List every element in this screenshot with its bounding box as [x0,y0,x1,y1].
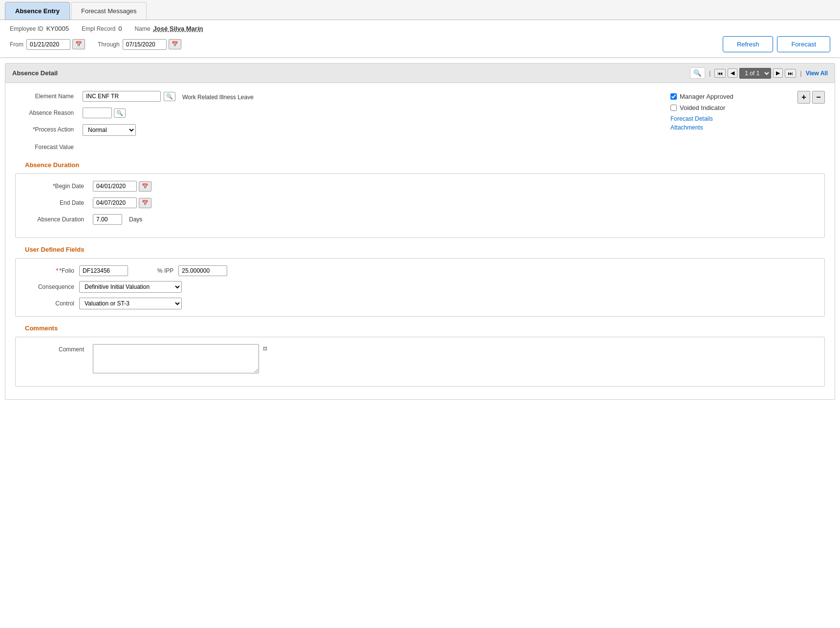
end-date-calendar-btn[interactable]: 📅 [139,198,151,208]
comments-sub: Comment ⧈ [15,337,825,387]
forecast-details-link[interactable]: Forecast Details [670,115,797,122]
employee-name-value: José Silva Marín [153,25,203,32]
links-section: Forecast Details Attachments [670,115,797,131]
header-section: Employee ID KY0005 Empl Record 0 Name Jo… [0,20,840,58]
voided-indicator-row: Voided Indicator [670,104,797,111]
element-name-field-wrap: 🔍 Work Related Illness Leave [83,91,254,102]
tab-forecast-messages[interactable]: Forecast Messages [71,2,147,20]
from-date-wrap: 📅 [26,39,85,50]
absence-duration-row: Absence Duration Days [25,214,815,225]
end-date-input[interactable] [93,197,137,208]
through-calendar-btn[interactable]: 📅 [169,39,181,49]
element-name-label: Element Name [15,91,79,100]
absence-duration-sub: *Begin Date 📅 End Date 📅 Absen [15,173,825,238]
pipe1: | [709,70,711,77]
begin-date-input[interactable] [93,181,137,192]
manager-approved-checkbox[interactable] [670,93,677,100]
ipp-label: % IPP [157,267,173,274]
absence-detail-section: Absence Detail 🔍 | ⏮ ◀ 1 of 1 ▶ ⏭ | View… [5,63,835,400]
next-page-btn[interactable]: ▶ [773,68,783,78]
user-defined-fields-title: User Defined Fields [15,246,825,253]
days-label: Days [129,214,142,223]
element-name-row: Element Name 🔍 Work Related Illness Leav… [15,91,670,102]
voided-indicator-checkbox[interactable] [670,105,677,111]
end-date-label: End Date [25,197,89,206]
comment-label: Comment [25,344,89,353]
from-label: From [10,41,23,48]
absence-reason-label: Absence Reason [15,108,79,116]
absence-detail-left: Element Name 🔍 Work Related Illness Leav… [15,91,670,156]
view-all-link[interactable]: View All [806,70,828,77]
begin-date-row: *Begin Date 📅 [25,181,815,192]
user-defined-fields-wrapper: User Defined Fields *Folio % IPP Consequ… [15,246,825,317]
manager-approved-label: Manager Approved [680,93,733,100]
process-action-label: *Process Action [15,124,79,133]
absence-detail-right: Manager Approved Voided Indicator Foreca… [670,91,797,133]
consequence-select[interactable]: Definitive Initial Valuation Temporal De… [79,281,182,293]
name-label: Name [135,25,151,32]
folio-input[interactable] [79,265,128,276]
employee-id-label: Employee ID [10,25,43,32]
pipe2: | [800,70,801,77]
prev-page-btn[interactable]: ◀ [728,68,737,78]
page-select[interactable]: 1 of 1 [739,68,771,79]
comment-input-wrap: ⧈ [93,344,267,373]
absence-duration-input[interactable] [93,214,122,225]
control-select[interactable]: Valuation or ST-3 Other [79,298,182,309]
from-date-input[interactable] [26,39,70,50]
absence-detail-header: Absence Detail 🔍 | ⏮ ◀ 1 of 1 ▶ ⏭ | View… [5,64,835,83]
attachments-link[interactable]: Attachments [670,124,797,131]
manager-approved-row: Manager Approved [670,93,797,100]
comment-row: Comment ⧈ [25,344,815,373]
remove-row-btn[interactable]: − [812,91,825,104]
absence-detail-form: Element Name 🔍 Work Related Illness Leav… [5,83,835,399]
section-nav: 🔍 | ⏮ ◀ 1 of 1 ▶ ⏭ | View All [690,67,828,79]
end-date-wrap: 📅 [93,197,151,208]
absence-reason-input[interactable] [83,108,112,118]
tabs-bar: Absence Entry Forecast Messages [0,0,840,20]
forecast-value-label: Forecast Value [15,142,79,151]
expand-icon[interactable]: ⧈ [263,344,267,352]
folio-label: *Folio [25,267,79,274]
element-name-input[interactable] [83,91,161,102]
empl-record-value: 0 [118,25,122,32]
control-label: Control [25,300,79,307]
begin-date-wrap: 📅 [93,181,151,192]
absence-reason-wrap: 🔍 [83,108,126,118]
through-label: Through [98,41,120,48]
comment-textarea[interactable] [93,344,259,373]
process-action-select[interactable]: Normal Void Retroactive [83,124,136,136]
through-date-input[interactable] [123,39,167,50]
refresh-button[interactable]: Refresh [723,36,774,52]
through-date-wrap: 📅 [123,39,181,50]
ipp-input[interactable] [178,265,227,276]
last-page-btn[interactable]: ⏭ [785,69,796,78]
search-nav-btn[interactable]: 🔍 [690,67,705,79]
add-remove-buttons: + − [797,91,825,104]
employee-id-value: KY0005 [46,25,69,32]
folio-ipp-row: *Folio % IPP [25,265,815,276]
user-defined-fields-sub: *Folio % IPP Consequence Definitive Init… [15,258,825,317]
element-search-btn[interactable]: 🔍 [164,92,175,101]
empl-record-label: Empl Record [82,25,115,32]
tab-absence-entry[interactable]: Absence Entry [5,2,70,20]
add-row-btn[interactable]: + [797,91,810,104]
first-page-btn[interactable]: ⏮ [714,69,726,78]
process-action-row: *Process Action Normal Void Retroactive [15,124,670,136]
forecast-button[interactable]: Forecast [777,36,830,52]
from-calendar-btn[interactable]: 📅 [72,39,85,49]
absence-detail-title: Absence Detail [12,69,58,77]
absence-reason-row: Absence Reason 🔍 [15,108,670,118]
comments-wrapper: Comments Comment ⧈ [15,325,825,387]
comments-title: Comments [15,325,825,332]
begin-date-label: *Begin Date [25,181,89,190]
control-row: Control Valuation or ST-3 Other [25,298,815,309]
absence-duration-field-label: Absence Duration [25,214,89,223]
forecast-value-row: Forecast Value [15,142,670,151]
begin-date-calendar-btn[interactable]: 📅 [139,181,151,192]
element-description: Work Related Illness Leave [182,92,254,101]
end-date-row: End Date 📅 [25,197,815,208]
consequence-label: Consequence [25,283,79,290]
absence-reason-search-btn[interactable]: 🔍 [114,108,126,118]
consequence-row: Consequence Definitive Initial Valuation… [25,281,815,293]
